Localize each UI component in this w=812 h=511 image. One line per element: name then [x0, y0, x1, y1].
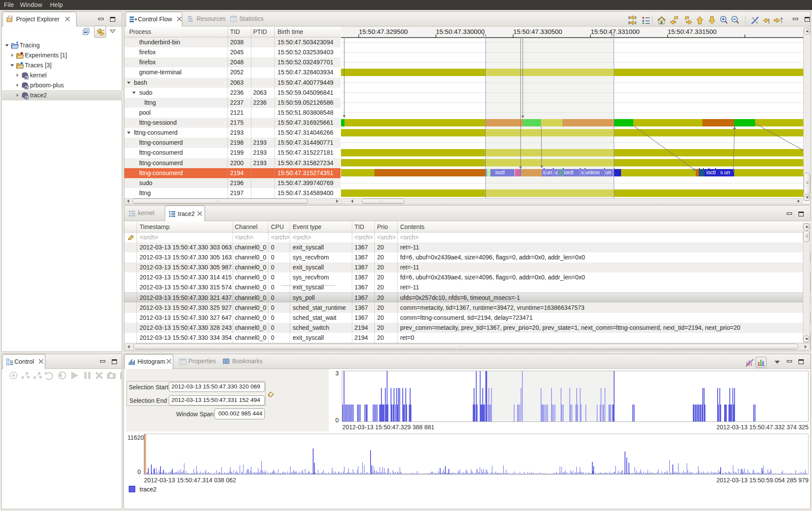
- svg-text:T2: T2: [611, 33, 615, 37]
- svg-text:T1: T1: [482, 33, 487, 37]
